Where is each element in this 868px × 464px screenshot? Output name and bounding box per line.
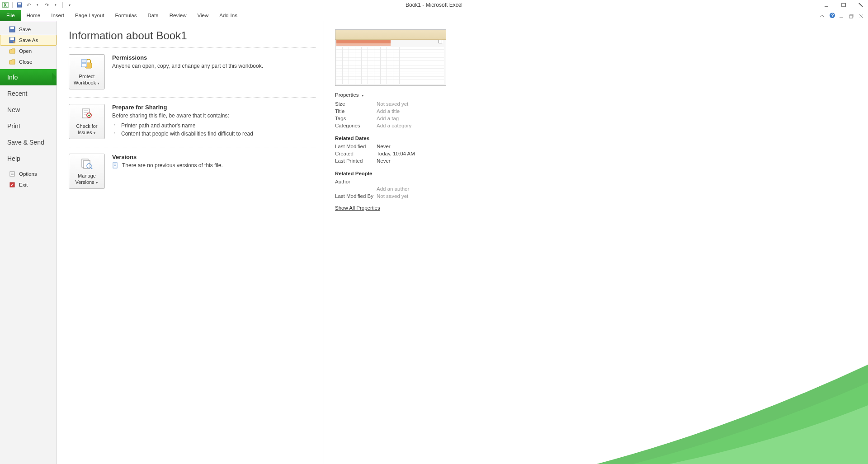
tab-page-layout[interactable]: Page Layout (70, 10, 110, 21)
save-icon[interactable] (16, 1, 23, 9)
property-value: Never (377, 158, 391, 164)
sharing-bullet: Content that people with disabilities fi… (112, 130, 253, 138)
sidebar-item-info[interactable]: Info (0, 69, 57, 85)
document-icon (112, 162, 118, 169)
tab-home[interactable]: Home (21, 10, 46, 21)
sidebar-item-help[interactable]: Help (0, 150, 57, 167)
folder-open-icon (9, 48, 15, 54)
window-close-icon[interactable] (859, 12, 865, 19)
sidebar-item-recent[interactable]: Recent (0, 85, 57, 102)
help-icon[interactable]: ? (829, 12, 835, 19)
sidebar-item-close[interactable]: Close (0, 56, 57, 67)
minimize-button[interactable] (822, 1, 831, 9)
properties-dropdown[interactable]: Properties ▼ (335, 92, 482, 98)
title-bar: X ↶ ▾ ↷ ▾ ▾ Book1 - Microsoft Excel (0, 0, 868, 10)
property-label: Last Modified (335, 144, 377, 149)
tab-view[interactable]: View (192, 10, 214, 21)
svg-rect-18 (10, 37, 14, 40)
svg-rect-5 (842, 3, 845, 7)
close-button[interactable] (856, 1, 865, 9)
tab-formulas[interactable]: Formulas (110, 10, 142, 21)
sidebar-item-options[interactable]: Options (0, 169, 57, 179)
add-author-link[interactable]: Add an author (377, 186, 409, 192)
document-thumbnail[interactable] (335, 29, 446, 86)
quick-access-toolbar: X ↶ ▾ ↷ ▾ ▾ (0, 1, 73, 9)
sidebar-item-label: Exit (19, 182, 28, 187)
undo-icon[interactable]: ↶ (25, 1, 32, 9)
property-value[interactable]: Add a title (377, 108, 400, 114)
svg-rect-30 (84, 160, 90, 169)
show-all-properties-link[interactable]: Show All Properties (335, 205, 380, 211)
permissions-text: Anyone can open, copy, and change any pa… (112, 63, 263, 69)
property-row-created: Created Today, 10:04 AM (335, 150, 482, 157)
property-value: Never (377, 144, 391, 149)
tab-add-ins[interactable]: Add-Ins (214, 10, 243, 21)
window-title: Book1 - Microsoft Excel (406, 2, 462, 8)
chevron-down-icon: ▼ (93, 131, 96, 135)
redo-icon[interactable]: ↷ (43, 1, 50, 9)
button-label-line2: Workbook▼ (74, 80, 100, 85)
sidebar-item-save-send[interactable]: Save & Send (0, 134, 57, 150)
versions-section: Manage Versions▼ Versions There are no p… (69, 147, 324, 197)
property-row-size: Size Not saved yet (335, 100, 482, 108)
property-row-tags: Tags Add a tag (335, 115, 482, 122)
property-value[interactable]: Add a category (377, 123, 411, 128)
redo-dropdown-icon[interactable]: ▾ (52, 1, 59, 9)
qat-customize-icon[interactable]: ▾ (66, 1, 73, 9)
sidebar-item-label: Help (7, 155, 20, 162)
svg-point-28 (87, 113, 91, 117)
svg-line-7 (859, 3, 863, 7)
backstage-main: Information about Book1 Protect Workbook… (57, 21, 868, 464)
svg-rect-3 (18, 3, 21, 5)
property-label: Last Printed (335, 158, 377, 164)
sidebar-item-new[interactable]: New (0, 102, 57, 118)
sidebar-item-label: Info (7, 74, 18, 81)
excel-icon[interactable]: X (2, 1, 9, 9)
folder-close-icon (9, 59, 15, 65)
sidebar-item-label: Options (19, 171, 37, 177)
window-restore-icon[interactable] (849, 12, 855, 19)
sidebar-item-save[interactable]: Save (0, 24, 57, 35)
sidebar-item-label: Save & Send (7, 139, 44, 146)
sidebar-item-exit[interactable]: Exit (0, 179, 57, 190)
lock-icon (80, 58, 94, 71)
property-row-categories: Categories Add a category (335, 122, 482, 129)
ribbon-minimize-icon[interactable] (819, 12, 826, 19)
protect-workbook-button[interactable]: Protect Workbook▼ (69, 54, 105, 89)
exit-icon (9, 182, 15, 188)
property-row-author: Author (335, 178, 482, 185)
svg-text:X: X (4, 3, 7, 8)
sharing-heading: Prepare for Sharing (112, 104, 253, 111)
tab-data[interactable]: Data (142, 10, 164, 21)
property-value: Not saved yet (377, 193, 408, 199)
sidebar-item-save-as[interactable]: Save As (0, 35, 57, 46)
manage-versions-button[interactable]: Manage Versions▼ (69, 154, 105, 189)
versions-icon (80, 158, 94, 170)
sidebar-item-print[interactable]: Print (0, 118, 57, 134)
property-value[interactable]: Add a tag (377, 116, 399, 121)
svg-rect-12 (849, 15, 853, 18)
inspect-icon (80, 108, 94, 121)
options-icon (9, 171, 15, 177)
sidebar-item-label: Open (19, 48, 32, 54)
property-row-last-printed: Last Printed Never (335, 157, 482, 164)
property-label (335, 186, 377, 192)
property-row-title: Title Add a title (335, 108, 482, 115)
sidebar-item-open[interactable]: Open (0, 46, 57, 56)
tab-insert[interactable]: Insert (46, 10, 70, 21)
property-row-last-modified: Last Modified Never (335, 143, 482, 150)
button-label-line1: Manage (78, 173, 96, 178)
window-minimize-icon[interactable] (839, 12, 845, 19)
sidebar-item-label: Close (19, 59, 32, 65)
property-value: Not saved yet (377, 101, 408, 107)
button-label-line2: Issues▼ (78, 130, 96, 135)
tab-review[interactable]: Review (164, 10, 192, 21)
tab-file[interactable]: File (0, 10, 21, 21)
chevron-down-icon: ▼ (361, 94, 364, 97)
check-for-issues-button[interactable]: Check for Issues▼ (69, 104, 105, 139)
svg-text:?: ? (831, 13, 834, 18)
maximize-button[interactable] (839, 1, 848, 9)
chevron-down-icon: ▼ (97, 82, 100, 85)
backstage: Save Save As Open Close Info Recent New … (0, 21, 868, 464)
undo-dropdown-icon[interactable]: ▾ (34, 1, 41, 9)
